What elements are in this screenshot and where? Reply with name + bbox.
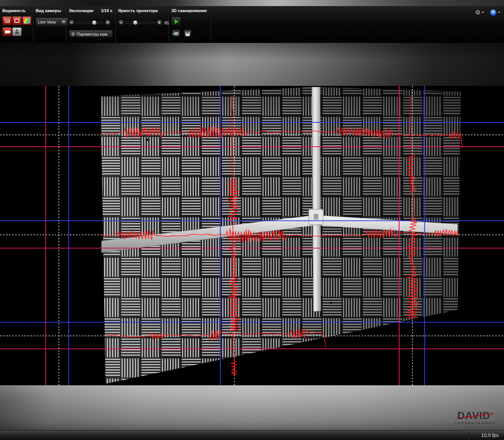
group-title-camera-view: Вид камеры [36,8,61,13]
save-button[interactable] [183,30,192,38]
group-title-visibility: Видимость [2,8,25,13]
panel-hole [330,302,332,304]
frame-vertical-bar [312,87,321,312]
projector-icon [5,30,9,33]
exposure-decrease-button[interactable] [69,20,74,25]
toolbar-group-3d-scan: 3D сканирование [169,6,211,42]
toggle-background-person-button[interactable] [12,27,22,36]
camera-parameters-label: Параметры кам. [77,32,108,36]
camera-scene [0,0,504,440]
grab-arrow-icon [174,32,179,35]
camera-feed [0,86,504,385]
toolbar-right-controls: ⚙ ? [475,8,500,17]
help-menu-button[interactable]: ? [490,9,500,16]
backdrop-top-strip [0,0,504,6]
visibility-toggle-grid [2,16,33,39]
toolbar-group-visibility: Видимость [0,6,33,42]
junction-plate-slot [314,214,318,220]
grab-result-button[interactable] [172,30,180,38]
brightness-decrease-button[interactable] [118,20,124,25]
scan-secondary-buttons [172,30,192,38]
toolbar-group-exposure: Экспозиция 1/10 s ⚙ Параметры кам. [66,6,116,42]
exposure-value: 1/10 s [101,8,112,13]
exposure-slider [69,20,111,25]
status-bar: 10,0 fps [0,430,504,440]
fringes-icon [4,19,10,23]
chevron-down-icon [498,12,500,13]
group-title-exposure: Экспозиция [69,8,93,13]
projector-brightness-slider: 81 [118,20,169,25]
minus-icon [71,22,73,23]
plus-icon [158,22,160,23]
app-window: DAVID® LASERSCANNER Видимость Вид камеры… [0,0,504,440]
plus-icon [107,22,109,23]
exposure-slider-track[interactable] [76,22,103,24]
toolbar-group-camera-view: Вид камеры Live View [33,6,66,42]
brightness-increase-button[interactable] [156,20,162,25]
brightness-slider-track[interactable] [125,22,155,24]
toolbar: Видимость Вид камеры Live View Экспозици… [0,6,504,43]
panel-hole [146,139,149,141]
group-title-projector: Яркость проектора [118,8,158,13]
toolbar-group-projector-brightness: Яркость проектора 81 [116,6,169,42]
brightness-value: 81 [164,21,169,25]
start-scan-button[interactable] [171,17,181,26]
floppy-icon [185,32,190,36]
camera-view-value: Live View [38,20,56,24]
play-icon [175,19,179,24]
surface-icon [14,19,19,23]
gear-icon: ⚙ [71,32,75,36]
camera-view-dropdown[interactable]: Live View [35,17,68,27]
chevron-down-icon [63,21,65,23]
chevron-down-icon [482,12,484,13]
toggle-surface-button[interactable] [12,16,22,25]
settings-menu-button[interactable]: ⚙ [475,9,484,16]
fps-readout: 10,0 fps [481,431,499,440]
toggle-texture-button[interactable] [22,16,32,25]
minus-icon [120,22,122,23]
help-icon: ? [490,9,497,16]
group-title-3d-scan: 3D сканирование [171,8,207,13]
texture-icon [24,18,30,24]
exposure-increase-button[interactable] [105,20,111,25]
status-separator [468,432,469,439]
camera-parameters-button[interactable]: ⚙ Параметры кам. [69,30,113,38]
gear-icon: ⚙ [475,9,480,16]
brightness-slider-thumb[interactable] [133,20,138,25]
toggle-projector-button[interactable] [2,27,12,36]
person-icon [14,29,20,34]
toggle-fringes-button[interactable] [2,16,12,25]
dropdown-arrow-button[interactable] [60,19,67,25]
exposure-slider-thumb[interactable] [92,20,97,25]
